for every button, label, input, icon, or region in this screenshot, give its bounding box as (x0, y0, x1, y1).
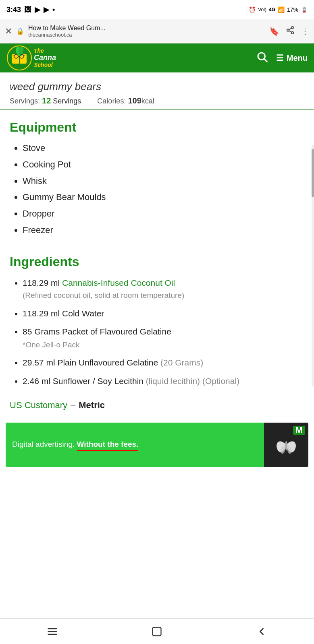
ing-amount-1: 118.29 ml (23, 278, 60, 287)
us-customary-button[interactable]: US Customary (10, 400, 67, 411)
servings-label: Servings: 12 Servings (10, 96, 81, 105)
domain-label: thecannaschool.ca (28, 32, 265, 38)
gallery-icon: 🖼 (24, 6, 31, 14)
ad-logo: M (264, 423, 308, 467)
list-item: Whisk (23, 175, 304, 188)
list-item: Stove (23, 142, 304, 155)
hamburger-icon: ☰ (276, 53, 283, 63)
search-icon[interactable] (256, 51, 268, 66)
content-spacer (0, 475, 314, 507)
servings-value: 12 (42, 96, 51, 105)
ing-amount-3: 85 Grams (23, 327, 60, 336)
ad-logo-svg (274, 433, 298, 457)
url-area[interactable]: How to Make Weed Gum... thecannaschool.c… (28, 25, 265, 38)
browser-bar: ✕ 🔒 How to Make Weed Gum... thecannascho… (0, 19, 314, 43)
ingredients-section: Ingredients 118.29 ml Cannabis-Infused C… (0, 245, 314, 397)
svg-rect-21 (153, 627, 161, 636)
status-time: 3:43 🖼 ▶ ▶ • (6, 5, 55, 14)
nav-back-button[interactable] (250, 623, 274, 640)
ad-text-2: Without the fees. (77, 439, 139, 451)
scrollbar-thumb[interactable] (312, 149, 314, 197)
us-customary-label: US Customary (10, 400, 67, 410)
network-badge: 4G (269, 7, 275, 12)
svg-line-3 (289, 31, 291, 32)
svg-point-17 (285, 441, 287, 450)
list-item: 118.29 ml Cold Water (23, 307, 304, 320)
list-item: Gummy Bear Moulds (23, 191, 304, 204)
unit-dash: – (71, 400, 75, 411)
nav-home-button[interactable] (145, 623, 169, 640)
battery-text: 17% (287, 6, 298, 13)
calories-label: Calories: 109kcal (97, 96, 154, 105)
share-icon[interactable] (286, 26, 295, 37)
scrollbar[interactable] (312, 145, 314, 386)
logo-canna: Canna (34, 54, 56, 62)
ing-link-coconut[interactable]: Cannabis-Infused Coconut Oil (62, 278, 175, 287)
ad-m-badge: M (293, 426, 305, 435)
bookmark-icon[interactable]: 🔖 (269, 27, 279, 36)
ad-text-1: Digital advertising. (12, 440, 77, 448)
ing-name-2: Cold Water (62, 309, 104, 318)
menu-button[interactable]: ☰ Menu (276, 53, 308, 63)
ing-amount-4: 29.57 ml (23, 358, 55, 367)
list-item: 2.46 ml Sunflower / Soy Lecithin (liquid… (23, 375, 304, 388)
content-area: weed gummy bears Servings: 12 Servings C… (0, 72, 314, 507)
dot-indicator: • (52, 6, 55, 14)
list-item: 118.29 ml Cannabis-Infused Coconut Oil (… (23, 277, 304, 301)
list-item: 29.57 ml Plain Unflavoured Gelatine (20 … (23, 356, 304, 369)
nav-bar: The Canna School ☰ Menu (0, 43, 314, 72)
recipe-meta: Servings: 12 Servings Calories: 109kcal (10, 96, 304, 105)
ing-note-3: *One Jell-o Pack (23, 341, 80, 349)
ing-note-5: (liquid lecithin) (Optional) (146, 376, 239, 386)
recipe-header: weed gummy bears Servings: 12 Servings C… (0, 72, 314, 110)
vol-icon: Vol) (258, 7, 266, 12)
recipe-subtitle: weed gummy bears (10, 80, 304, 93)
ad-text-area: Digital advertising. Without the fees. (6, 434, 264, 456)
bottom-nav (0, 618, 314, 644)
alarm-icon: ⏰ (249, 6, 256, 13)
menu-label: Menu (287, 54, 308, 63)
calories-unit: kcal (141, 97, 154, 105)
ing-amount-5: 2.46 ml (23, 376, 50, 386)
close-button[interactable]: ✕ (5, 26, 12, 37)
svg-line-16 (264, 59, 267, 62)
list-item: 85 Grams Packet of Flavoured Gelatine *O… (23, 325, 304, 351)
calories-value: 109 (128, 96, 141, 105)
unit-toggle: US Customary – Metric (0, 397, 314, 419)
page-title: How to Make Weed Gum... (28, 25, 265, 32)
ing-note-4: (20 Grams) (160, 358, 203, 367)
ing-name-5: Sunflower / Soy Lecithin (53, 376, 143, 386)
time-display: 3:43 (6, 6, 21, 14)
status-icons: ⏰ Vol) 4G 📶 17% 🪫 (249, 6, 308, 13)
list-item: Freezer (23, 224, 304, 237)
battery-icon: 🪫 (301, 6, 308, 13)
youtube-icon: ▶ (44, 5, 49, 14)
status-bar: 3:43 🖼 ▶ ▶ • ⏰ Vol) 4G 📶 17% 🪫 (0, 0, 314, 19)
logo-school: School (34, 62, 56, 68)
equipment-section: Equipment Stove Cooking Pot Whisk Gummy … (0, 110, 314, 245)
ing-note-1: (Refined coconut oil, solid at room temp… (23, 290, 304, 301)
signal-icon: 📶 (278, 6, 285, 13)
lock-icon: 🔒 (16, 27, 24, 35)
ad-banner[interactable]: Digital advertising. Without the fees. M (6, 423, 308, 467)
servings-unit: Servings (53, 97, 81, 105)
video-icon: ▶ (35, 5, 40, 14)
logo-svg (6, 45, 32, 71)
ing-name-3: Packet of Flavoured Gelatine (62, 327, 171, 336)
site-logo[interactable]: The Canna School (6, 45, 56, 71)
list-item: Dropper (23, 208, 304, 220)
metric-label: Metric (79, 400, 105, 411)
nav-right: ☰ Menu (256, 51, 308, 66)
nav-menu-button[interactable] (40, 623, 64, 640)
equipment-title: Equipment (10, 120, 304, 135)
list-item: Cooking Pot (23, 159, 304, 171)
ing-amount-2: 118.29 ml (23, 309, 60, 318)
ad-text: Digital advertising. Without the fees. (12, 439, 258, 451)
ing-name-1: Cannabis-Infused Coconut Oil (62, 278, 175, 287)
browser-actions: 🔖 ⋮ (269, 26, 309, 37)
ing-name-4: Plain Unflavoured Gelatine (57, 358, 158, 367)
more-options-icon[interactable]: ⋮ (301, 27, 309, 36)
svg-line-4 (289, 28, 291, 30)
equipment-list: Stove Cooking Pot Whisk Gummy Bear Mould… (10, 142, 304, 237)
logo-the: The (34, 48, 56, 54)
